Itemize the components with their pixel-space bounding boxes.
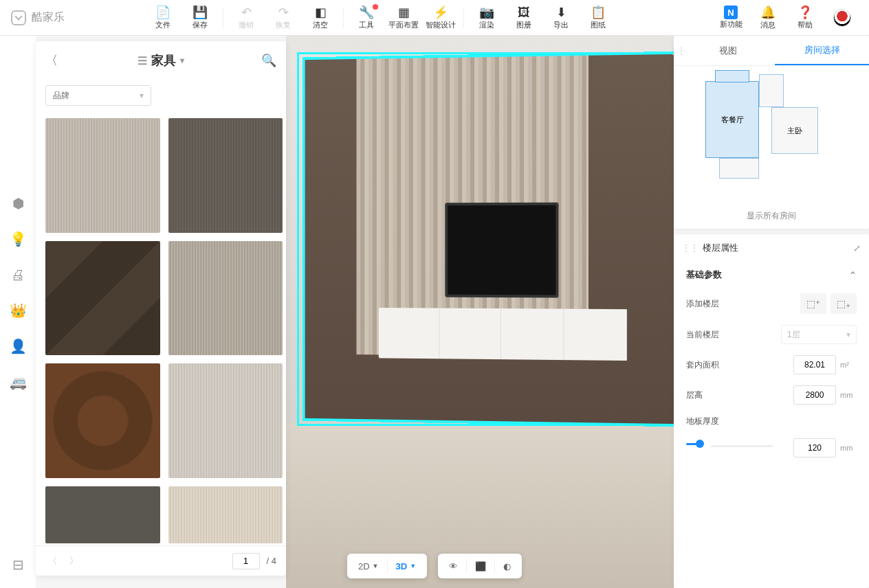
eraser-icon: ◧ — [315, 5, 327, 20]
props-header: ⋮⋮ 楼层属性 ⤢ — [674, 234, 869, 262]
area-input[interactable] — [793, 355, 836, 374]
viewport-3d[interactable] — [286, 36, 674, 588]
brand-select[interactable]: 品牌 ▾ — [45, 85, 151, 106]
rail-car-button[interactable]: 🚐 — [8, 372, 28, 392]
add-floor-up-button[interactable]: ⬚⁺ — [800, 293, 826, 314]
back-button[interactable]: 〈 — [45, 52, 62, 69]
drawing-button[interactable]: 📋图纸 — [580, 0, 617, 36]
separator — [223, 8, 223, 28]
app-logo[interactable]: 酷家乐 — [0, 10, 76, 25]
tab-room-select[interactable]: 房间选择 — [775, 36, 869, 65]
floor-props-panel: ⋮⋮ 楼层属性 ⤢ 基础参数 ⌃ 添加楼层 ⬚⁺ ⬚₊ 当前楼层 1层 ▾ 套内… — [674, 234, 869, 588]
props-title: 楼层属性 — [703, 242, 738, 254]
file-button[interactable]: 📄文件 — [144, 0, 182, 36]
avatar-icon — [833, 9, 851, 27]
panel-tabs: ⋮⋮ 视图 房间选择 — [674, 36, 869, 66]
room-select-panel: ⋮⋮ 视图 房间选择 客餐厅 主卧 显示所有房间 — [674, 36, 869, 229]
minimap-room-b[interactable] — [719, 158, 759, 179]
new-feature-button[interactable]: N新功能 — [712, 0, 749, 36]
toolbar-right: N新功能 🔔消息 ❓帮助 — [712, 0, 869, 36]
thickness-input[interactable] — [793, 438, 836, 457]
material-swatch[interactable] — [45, 118, 160, 233]
row-current-floor: 当前楼层 1层 ▾ — [674, 319, 869, 350]
album-button[interactable]: 🖼图册 — [505, 0, 542, 36]
material-swatch[interactable] — [45, 486, 160, 543]
help-icon: ❓ — [798, 5, 813, 20]
save-button[interactable]: 💾保存 — [182, 0, 219, 36]
eye-icon: 👁 — [449, 561, 458, 572]
rail-idea-button[interactable]: 💡 — [8, 229, 28, 249]
thickness-slider[interactable] — [686, 443, 698, 445]
minimap-room-living-ext[interactable] — [715, 70, 749, 82]
pager-prev[interactable]: 〈 — [45, 552, 60, 570]
help-button[interactable]: ❓帮助 — [786, 0, 824, 36]
mode-3d-button[interactable]: 3D▼ — [388, 554, 425, 578]
catalog-pager: 〈 〉 / 4 — [36, 545, 286, 576]
catalog-title[interactable]: ☰ 家具 ▾ — [62, 52, 260, 69]
material-swatch[interactable] — [45, 363, 160, 478]
render-button[interactable]: 📷渲染 — [468, 0, 505, 36]
expand-icon[interactable]: ⤢ — [853, 243, 861, 253]
mode-2d-button[interactable]: 2D▼ — [350, 554, 387, 578]
show-all-rooms[interactable]: 显示所有房间 — [674, 203, 869, 229]
height-input[interactable] — [793, 385, 836, 405]
image-icon: 🖼 — [518, 5, 530, 20]
scene — [286, 36, 674, 588]
clear-button[interactable]: ◧清空 — [302, 0, 339, 36]
rail-print-button[interactable]: 🖨 — [8, 265, 28, 284]
material-swatch[interactable] — [168, 241, 283, 356]
save-icon: 💾 — [192, 5, 208, 20]
page-input[interactable] — [232, 553, 260, 569]
material-swatch[interactable] — [168, 486, 283, 543]
minimap[interactable]: 客餐厅 主卧 — [674, 66, 869, 203]
logo-icon — [11, 10, 26, 25]
rail-crown-button[interactable]: 👑 — [8, 301, 28, 320]
tools-button[interactable]: 🔧工具 — [348, 0, 385, 36]
redo-button[interactable]: ↷恢复 — [265, 0, 302, 36]
pager-next[interactable]: 〉 — [67, 552, 81, 570]
visibility-button[interactable]: 👁 — [441, 554, 466, 578]
drag-handle[interactable]: ⋮⋮ — [682, 243, 698, 253]
new-badge-icon: N — [724, 5, 738, 19]
chevron-down-icon: ▾ — [180, 56, 184, 65]
app-name: 酷家乐 — [32, 10, 65, 25]
cube-button[interactable]: ⬛ — [467, 554, 494, 578]
material-swatch[interactable] — [168, 363, 283, 478]
search-button[interactable]: 🔍 — [260, 53, 276, 68]
wrench-icon: 🔧 — [359, 5, 374, 20]
message-button[interactable]: 🔔消息 — [749, 0, 786, 36]
tab-view[interactable]: 视图 — [681, 36, 775, 65]
current-floor-select[interactable]: 1层 ▾ — [781, 325, 857, 344]
file-icon: 📄 — [155, 5, 170, 20]
notification-dot — [373, 4, 378, 10]
bell-icon: 🔔 — [760, 5, 776, 20]
gauge-button[interactable]: ◐ — [495, 554, 519, 578]
minimap-room-bedroom[interactable]: 主卧 — [771, 107, 818, 154]
top-toolbar: 酷家乐 📄文件 💾保存 ↶撤销 ↷恢复 ◧清空 🔧工具 ▦平面布置 ⚡智能设计 … — [0, 0, 869, 36]
undo-button[interactable]: ↶撤销 — [228, 0, 265, 36]
layout-icon: ▦ — [398, 5, 410, 20]
section-basic[interactable]: 基础参数 ⌃ — [674, 262, 869, 288]
camera-icon: 📷 — [479, 5, 494, 20]
add-floor-down-button[interactable]: ⬚₊ — [830, 293, 857, 314]
scene-tv — [446, 203, 558, 298]
gauge-icon: ◐ — [503, 561, 511, 572]
viewport-controls: 2D▼ 3D▼ 👁 ⬛ ◐ — [347, 554, 522, 578]
material-swatch[interactable] — [168, 118, 283, 233]
catalog-panel: 〈 ☰ 家具 ▾ 🔍 品牌 ▾ 〈 〉 / 4 — [36, 41, 286, 576]
export-button[interactable]: ⬇导出 — [542, 0, 580, 36]
user-avatar[interactable] — [824, 0, 861, 36]
toolbar-items: 📄文件 💾保存 ↶撤销 ↷恢复 ◧清空 🔧工具 ▦平面布置 ⚡智能设计 📷渲染 … — [144, 0, 617, 36]
smart-design-button[interactable]: ⚡智能设计 — [422, 0, 459, 36]
right-panels: ⋮⋮ 视图 房间选择 客餐厅 主卧 显示所有房间 ⋮⋮ 楼层属性 ⤢ 基础参数 … — [674, 36, 869, 588]
layout-button[interactable]: ▦平面布置 — [385, 0, 422, 36]
view-mode-group: 2D▼ 3D▼ — [347, 554, 427, 578]
minimap-room-a[interactable] — [759, 74, 784, 107]
minimap-room-living[interactable]: 客餐厅 — [705, 81, 759, 158]
catalog-filter: 品牌 ▾ — [36, 80, 286, 111]
material-swatch[interactable] — [45, 241, 160, 356]
drag-handle[interactable]: ⋮⋮ — [674, 36, 681, 65]
rail-user-button[interactable]: 👤 — [8, 337, 28, 356]
rail-home-button[interactable]: ⬢ — [8, 194, 28, 213]
rail-collapse-button[interactable]: ⊟ — [8, 555, 28, 574]
